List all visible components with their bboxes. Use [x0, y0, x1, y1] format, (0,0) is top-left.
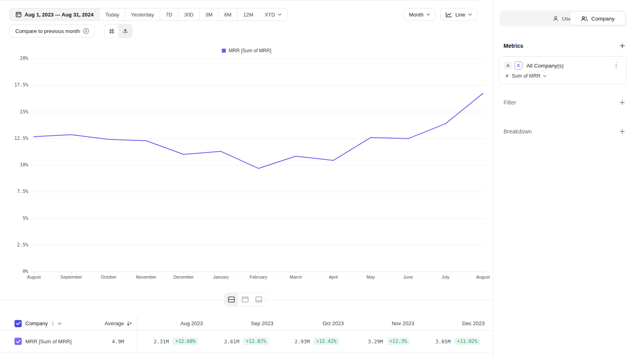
month-header-cells: Aug 2023Sep 2023Oct 2023Nov 2023Dec 2023	[137, 320, 489, 326]
average-value-cell: 4.9M	[72, 338, 132, 345]
delta-badge: +12.3%	[387, 338, 409, 345]
delta-badge: +12.87%	[243, 338, 268, 345]
metrics-title: Metrics	[504, 43, 523, 49]
delta-badge: +12.68%	[173, 338, 198, 345]
entity-header-label: Company	[25, 320, 48, 326]
average-header-label: Average	[105, 320, 124, 326]
select-all-checkbox[interactable]	[14, 320, 22, 327]
company-toggle-button[interactable]: Company	[570, 12, 625, 25]
data-table: Company 1 Average Aug 2023Sep 2023Oct	[0, 317, 493, 353]
month-header-cell[interactable]: Sep 2023	[208, 320, 278, 326]
kebab-menu-icon[interactable]: ⋮⋮	[611, 63, 621, 68]
layout-switcher	[224, 293, 266, 306]
y-tick-label: 12.5%	[4, 135, 28, 141]
average-value: 4.9M	[112, 338, 124, 345]
y-tick-label: 10%	[4, 162, 28, 168]
breakdown-title: Breakdown	[504, 128, 532, 135]
chart-only-icon	[242, 296, 249, 303]
table-row[interactable]: MRR [Sum of MRR] 4.9M 2.31M+12.68%2.61M+…	[0, 330, 493, 353]
entity-count: 1	[52, 321, 54, 326]
cell-value: 2.93M	[295, 338, 310, 345]
y-tick-label: 5%	[4, 215, 28, 221]
delta-badge: +11.02%	[454, 338, 480, 345]
config-sidebar: User Company Metrics A	[493, 0, 644, 361]
metric-card[interactable]: A All Company(s) ⋮⋮ # Sum of MRR	[499, 56, 627, 84]
cell-value: 3.29M	[368, 338, 383, 345]
average-header-cell[interactable]: Average	[72, 320, 132, 326]
layout-chart-only-button[interactable]	[238, 293, 252, 306]
layout-table-only-button[interactable]	[252, 293, 266, 306]
month-value-cell: 2.61M+12.87%	[208, 338, 278, 345]
report-panel: Aug 1, 2023 — Aug 31, 2024 TodayYesterda…	[0, 0, 493, 361]
company-avatar-icon	[514, 62, 522, 70]
delta-badge: +12.42%	[314, 338, 339, 345]
chevron-down-icon[interactable]	[58, 322, 62, 325]
analytics-dashboard: Aug 1, 2023 — Aug 31, 2024 TodayYesterda…	[0, 0, 644, 361]
column-divider	[132, 317, 137, 330]
y-tick-label: 7.5%	[4, 189, 28, 194]
users-icon	[581, 16, 588, 22]
table-only-icon	[255, 296, 262, 303]
month-value-cell: 3.65M+11.02%	[419, 338, 489, 345]
metric-letter-badge: A	[504, 62, 512, 70]
split-view-icon	[228, 296, 235, 303]
cell-value: 2.31M	[154, 338, 169, 345]
filter-title: Filter	[504, 99, 516, 106]
month-value-cells: 2.31M+12.68%2.61M+12.87%2.93M+12.42%3.29…	[137, 338, 489, 345]
month-header-cell[interactable]: Dec 2023	[419, 320, 489, 326]
entity-toggle: User Company	[500, 10, 627, 27]
month-header-cell[interactable]: Oct 2023	[278, 320, 349, 326]
sort-icon	[126, 321, 132, 326]
chevron-down-icon	[543, 75, 547, 77]
aggregation-dropdown[interactable]: Sum of MRR	[512, 73, 547, 79]
add-metric-button[interactable]	[619, 43, 625, 49]
mrr-series-line	[34, 93, 483, 168]
month-value-cell: 2.93M+12.42%	[278, 338, 349, 345]
user-icon	[553, 16, 559, 22]
y-tick-label: 15%	[4, 109, 28, 115]
metric-card-header: A All Company(s) ⋮⋮	[499, 57, 626, 70]
line-chart[interactable]: 0%2.5%5%7.5%10%12.5%15%17.5%20% AugustSe…	[0, 0, 493, 289]
y-tick-label: 20%	[4, 55, 28, 61]
row-checkbox[interactable]	[14, 338, 22, 345]
company-toggle-label: Company	[591, 16, 615, 22]
y-tick-label: 17.5%	[4, 82, 28, 88]
month-value-cell: 2.31M+12.68%	[137, 338, 208, 345]
column-divider	[132, 330, 137, 352]
cell-value: 2.61M	[224, 338, 239, 345]
number-type-icon: #	[506, 73, 508, 79]
month-value-cell: 3.29M+12.3%	[349, 338, 419, 345]
entity-header-cell: Company 1	[0, 320, 72, 327]
y-tick-label: 0%	[4, 269, 28, 274]
chart-canvas	[0, 56, 493, 281]
metric-entity-name: All Company(s)	[526, 63, 609, 69]
aggregation-label: Sum of MRR	[512, 73, 541, 79]
layout-split-button[interactable]	[225, 293, 238, 306]
cell-value: 3.65M	[436, 338, 451, 345]
add-filter-button[interactable]	[619, 99, 625, 106]
add-breakdown-button[interactable]	[619, 128, 625, 135]
table-header-row: Company 1 Average Aug 2023Sep 2023Oct	[0, 317, 493, 330]
month-header-cell[interactable]: Nov 2023	[349, 320, 419, 326]
metric-name-cell: MRR [Sum of MRR]	[0, 338, 72, 345]
metric-card-aggregation: # Sum of MRR	[499, 70, 626, 79]
y-tick-label: 2.5%	[4, 242, 28, 248]
month-header-cell[interactable]: Aug 2023	[137, 320, 208, 326]
metric-name: MRR [Sum of MRR]	[25, 338, 72, 345]
